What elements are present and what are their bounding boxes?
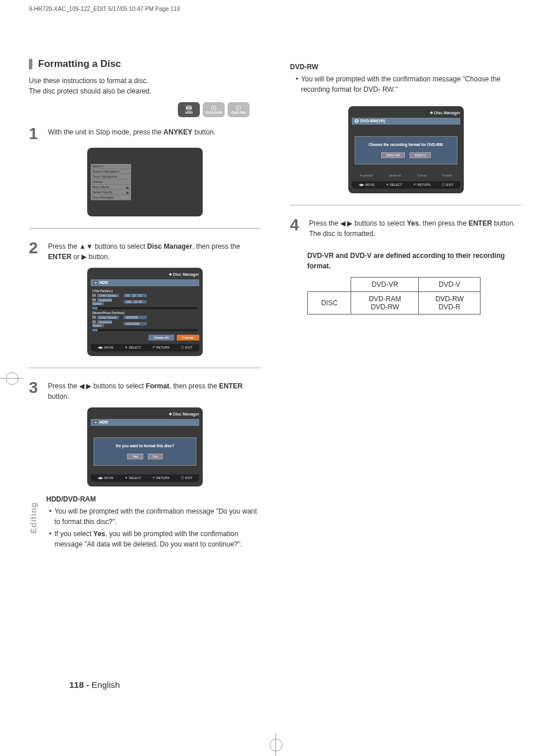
crop-mark-bottom	[264, 733, 287, 756]
separator	[290, 205, 522, 205]
dvd-ram-icon: DVD-RAM	[203, 102, 225, 117]
step-4-text: Press the ◀ ▶ buttons to select Yes, the…	[309, 217, 522, 239]
format-table: DVD-VR DVD-V DISC DVD-RAMDVD-RW DVD-RWDV…	[307, 277, 481, 315]
separator	[29, 228, 261, 229]
step-3-number: 3	[29, 380, 43, 402]
section-bar	[29, 59, 32, 69]
dvd-v-button: DVD-V	[409, 152, 431, 158]
step-4-number: 4	[290, 217, 304, 239]
delete-all-button: Delete All	[148, 335, 174, 340]
format-button: Format	[177, 335, 199, 340]
file-header: 9-HR720-XAC_109-122_EDIT 5/17/05 10:47 P…	[29, 6, 522, 12]
dvdrw-subheading: DVD-RW	[290, 63, 522, 71]
dvd-rw-icon: DVD-RW	[228, 102, 250, 117]
step-1-number: 1	[29, 126, 43, 142]
step-2-number: 2	[29, 240, 43, 262]
format-note: DVD-VR and DVD-V are defined according t…	[307, 250, 522, 271]
step-3-text: Press the ◀ ▶ buttons to select Format, …	[48, 380, 261, 402]
yes-button: Yes	[127, 454, 143, 459]
svg-point-4	[213, 107, 214, 108]
screen-format-confirm: Disc Manager 📼 HDD Do you want to format…	[87, 407, 203, 486]
crop-mark-left	[0, 366, 23, 390]
screen-dvdrw-format: Disc Manager 💿 DVD-RW(VR) Choose the rec…	[348, 106, 464, 193]
step-1-text: With the unit in Stop mode, press the AN…	[48, 126, 261, 142]
dvdrw-bullets: You will be prompted with the confirmati…	[296, 74, 522, 95]
page-footer: 118 - English	[69, 680, 120, 690]
screen-disc-manager: Disc Manager 📼 HDD [Title Partition] 🎞 U…	[87, 268, 203, 356]
hdd-bullets: You will be prompted with the confirmati…	[49, 506, 261, 549]
dvd-vr-button: DVD-VR	[381, 152, 405, 158]
hdd-icon: HDD	[178, 102, 200, 117]
side-tab-editing: Editing	[29, 502, 38, 533]
step-2-text: Press the ▲▼ buttons to select Disc Mana…	[48, 240, 261, 262]
no-button: No	[148, 454, 163, 459]
section-title: Formatting a Disc	[38, 58, 121, 70]
svg-point-6	[238, 107, 239, 108]
screen-anykey-menu: SearchScene NavigationTime NavigationMar…	[87, 148, 203, 216]
hdd-subheading: HDD/DVD-RAM	[46, 495, 261, 503]
separator	[29, 368, 261, 368]
intro-text: Use these instructions to format a disc.…	[29, 76, 261, 96]
